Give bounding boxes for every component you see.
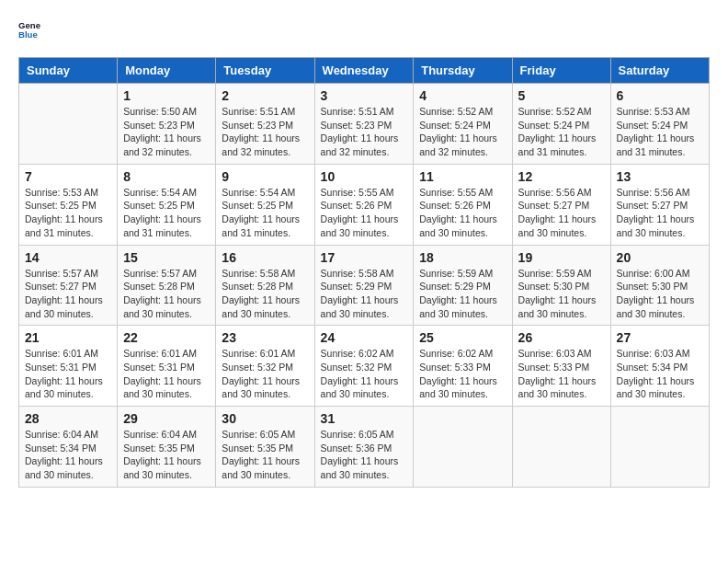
calendar-cell: 8Sunrise: 5:54 AMSunset: 5:25 PMDaylight…: [118, 164, 216, 245]
calendar-cell: 6Sunrise: 5:53 AMSunset: 5:24 PMDaylight…: [610, 84, 709, 165]
day-number: 8: [123, 169, 210, 184]
day-info: Sunrise: 6:05 AMSunset: 5:35 PMDaylight:…: [222, 428, 308, 482]
day-number: 2: [222, 88, 308, 103]
day-number: 5: [518, 88, 605, 103]
svg-text:Blue: Blue: [18, 29, 38, 40]
calendar-week-2: 7Sunrise: 5:53 AMSunset: 5:25 PMDaylight…: [19, 164, 710, 245]
calendar-week-5: 28Sunrise: 6:04 AMSunset: 5:34 PMDayligh…: [19, 407, 710, 488]
day-info: Sunrise: 5:52 AMSunset: 5:24 PMDaylight:…: [518, 105, 605, 159]
calendar-cell: 5Sunrise: 5:52 AMSunset: 5:24 PMDaylight…: [512, 84, 610, 165]
day-info: Sunrise: 6:04 AMSunset: 5:34 PMDaylight:…: [25, 428, 111, 482]
day-info: Sunrise: 6:02 AMSunset: 5:33 PMDaylight:…: [419, 347, 506, 401]
day-info: Sunrise: 5:59 AMSunset: 5:29 PMDaylight:…: [419, 267, 506, 321]
day-number: 3: [321, 88, 408, 103]
calendar-cell: 18Sunrise: 5:59 AMSunset: 5:29 PMDayligh…: [414, 245, 512, 326]
day-info: Sunrise: 5:53 AMSunset: 5:25 PMDaylight:…: [25, 186, 111, 240]
calendar-week-1: 1Sunrise: 5:50 AMSunset: 5:23 PMDaylight…: [19, 84, 710, 165]
day-number: 26: [518, 330, 605, 345]
day-number: 24: [321, 330, 408, 345]
day-info: Sunrise: 5:52 AMSunset: 5:24 PMDaylight:…: [419, 105, 506, 159]
day-number: 30: [222, 411, 308, 426]
calendar-cell: 15Sunrise: 5:57 AMSunset: 5:28 PMDayligh…: [118, 245, 216, 326]
day-info: Sunrise: 5:53 AMSunset: 5:24 PMDaylight:…: [617, 105, 703, 159]
day-info: Sunrise: 5:58 AMSunset: 5:28 PMDaylight:…: [222, 267, 308, 321]
calendar-cell: 11Sunrise: 5:55 AMSunset: 5:26 PMDayligh…: [414, 164, 512, 245]
day-info: Sunrise: 6:03 AMSunset: 5:33 PMDaylight:…: [518, 347, 605, 401]
day-number: 29: [123, 411, 210, 426]
day-info: Sunrise: 5:57 AMSunset: 5:27 PMDaylight:…: [25, 267, 111, 321]
calendar-cell: 16Sunrise: 5:58 AMSunset: 5:28 PMDayligh…: [216, 245, 314, 326]
calendar-cell: 17Sunrise: 5:58 AMSunset: 5:29 PMDayligh…: [314, 245, 414, 326]
calendar-cell: 27Sunrise: 6:03 AMSunset: 5:34 PMDayligh…: [610, 326, 709, 407]
calendar-cell: 14Sunrise: 5:57 AMSunset: 5:27 PMDayligh…: [19, 245, 118, 326]
calendar-cell: 30Sunrise: 6:05 AMSunset: 5:35 PMDayligh…: [216, 407, 314, 488]
day-info: Sunrise: 6:00 AMSunset: 5:30 PMDaylight:…: [617, 267, 703, 321]
day-number: 18: [419, 250, 506, 265]
calendar-cell: 22Sunrise: 6:01 AMSunset: 5:31 PMDayligh…: [118, 326, 216, 407]
day-info: Sunrise: 6:02 AMSunset: 5:32 PMDaylight:…: [321, 347, 408, 401]
day-number: 4: [419, 88, 506, 103]
day-number: 16: [222, 250, 308, 265]
calendar-week-4: 21Sunrise: 6:01 AMSunset: 5:31 PMDayligh…: [19, 326, 710, 407]
weekday-header-thursday: Thursday: [414, 58, 512, 84]
day-number: 11: [419, 169, 506, 184]
calendar-week-3: 14Sunrise: 5:57 AMSunset: 5:27 PMDayligh…: [19, 245, 710, 326]
calendar-cell: 29Sunrise: 6:04 AMSunset: 5:35 PMDayligh…: [118, 407, 216, 488]
calendar-cell: 25Sunrise: 6:02 AMSunset: 5:33 PMDayligh…: [414, 326, 512, 407]
calendar-cell: 28Sunrise: 6:04 AMSunset: 5:34 PMDayligh…: [19, 407, 118, 488]
calendar-cell: [610, 407, 709, 488]
day-number: 6: [617, 88, 703, 103]
calendar-header-row: SundayMondayTuesdayWednesdayThursdayFrid…: [19, 58, 710, 84]
day-info: Sunrise: 6:01 AMSunset: 5:32 PMDaylight:…: [222, 347, 308, 401]
day-info: Sunrise: 5:51 AMSunset: 5:23 PMDaylight:…: [222, 105, 308, 159]
calendar-cell: 4Sunrise: 5:52 AMSunset: 5:24 PMDaylight…: [414, 84, 512, 165]
day-info: Sunrise: 5:57 AMSunset: 5:28 PMDaylight:…: [123, 267, 210, 321]
day-number: 17: [321, 250, 408, 265]
day-info: Sunrise: 6:03 AMSunset: 5:34 PMDaylight:…: [617, 347, 703, 401]
calendar-table: SundayMondayTuesdayWednesdayThursdayFrid…: [18, 57, 710, 488]
weekday-header-monday: Monday: [118, 58, 216, 84]
day-info: Sunrise: 6:01 AMSunset: 5:31 PMDaylight:…: [123, 347, 210, 401]
day-info: Sunrise: 5:55 AMSunset: 5:26 PMDaylight:…: [419, 186, 506, 240]
calendar-cell: 2Sunrise: 5:51 AMSunset: 5:23 PMDaylight…: [216, 84, 314, 165]
day-info: Sunrise: 6:01 AMSunset: 5:31 PMDaylight:…: [25, 347, 111, 401]
day-info: Sunrise: 5:56 AMSunset: 5:27 PMDaylight:…: [617, 186, 703, 240]
day-number: 15: [123, 250, 210, 265]
weekday-header-tuesday: Tuesday: [216, 58, 314, 84]
day-number: 27: [617, 330, 703, 345]
calendar-cell: 19Sunrise: 5:59 AMSunset: 5:30 PMDayligh…: [512, 245, 610, 326]
day-number: 20: [617, 250, 703, 265]
day-number: 25: [419, 330, 506, 345]
day-info: Sunrise: 6:04 AMSunset: 5:35 PMDaylight:…: [123, 428, 210, 482]
day-info: Sunrise: 5:56 AMSunset: 5:27 PMDaylight:…: [518, 186, 605, 240]
calendar-cell: 24Sunrise: 6:02 AMSunset: 5:32 PMDayligh…: [314, 326, 414, 407]
logo: General Blue: [18, 18, 44, 40]
day-info: Sunrise: 5:51 AMSunset: 5:23 PMDaylight:…: [321, 105, 408, 159]
day-number: 14: [25, 250, 111, 265]
calendar-cell: 20Sunrise: 6:00 AMSunset: 5:30 PMDayligh…: [610, 245, 709, 326]
calendar-cell: 1Sunrise: 5:50 AMSunset: 5:23 PMDaylight…: [118, 84, 216, 165]
calendar-body: 1Sunrise: 5:50 AMSunset: 5:23 PMDaylight…: [19, 84, 710, 488]
day-number: 22: [123, 330, 210, 345]
day-info: Sunrise: 5:54 AMSunset: 5:25 PMDaylight:…: [123, 186, 210, 240]
day-info: Sunrise: 5:58 AMSunset: 5:29 PMDaylight:…: [321, 267, 408, 321]
calendar-cell: [512, 407, 610, 488]
day-info: Sunrise: 5:50 AMSunset: 5:23 PMDaylight:…: [123, 105, 210, 159]
day-number: 21: [25, 330, 111, 345]
day-number: 19: [518, 250, 605, 265]
day-info: Sunrise: 5:59 AMSunset: 5:30 PMDaylight:…: [518, 267, 605, 321]
calendar-cell: 9Sunrise: 5:54 AMSunset: 5:25 PMDaylight…: [216, 164, 314, 245]
weekday-header-saturday: Saturday: [610, 58, 709, 84]
calendar-cell: 23Sunrise: 6:01 AMSunset: 5:32 PMDayligh…: [216, 326, 314, 407]
day-number: 13: [617, 169, 703, 184]
calendar-cell: 31Sunrise: 6:05 AMSunset: 5:36 PMDayligh…: [314, 407, 414, 488]
weekday-header-friday: Friday: [512, 58, 610, 84]
calendar-cell: 21Sunrise: 6:01 AMSunset: 5:31 PMDayligh…: [19, 326, 118, 407]
calendar-cell: 3Sunrise: 5:51 AMSunset: 5:23 PMDaylight…: [314, 84, 414, 165]
day-number: 12: [518, 169, 605, 184]
calendar-cell: 13Sunrise: 5:56 AMSunset: 5:27 PMDayligh…: [610, 164, 709, 245]
calendar-cell: 10Sunrise: 5:55 AMSunset: 5:26 PMDayligh…: [314, 164, 414, 245]
calendar-cell: 7Sunrise: 5:53 AMSunset: 5:25 PMDaylight…: [19, 164, 118, 245]
day-info: Sunrise: 5:55 AMSunset: 5:26 PMDaylight:…: [321, 186, 408, 240]
calendar-cell: 12Sunrise: 5:56 AMSunset: 5:27 PMDayligh…: [512, 164, 610, 245]
